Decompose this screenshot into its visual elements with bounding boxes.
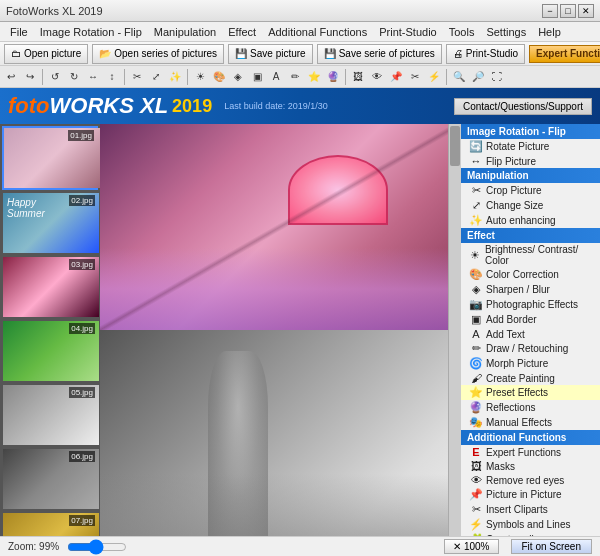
- pip-icon: 📌: [469, 488, 483, 501]
- panel-item-resize[interactable]: ⤢ Change Size: [461, 198, 600, 213]
- symbols-icon-btn[interactable]: ⚡: [425, 68, 443, 86]
- menu-additional[interactable]: Additional Functions: [262, 24, 373, 40]
- draw-icon: ✏: [469, 342, 483, 355]
- panel-item-expert[interactable]: E Expert Functions: [461, 445, 600, 459]
- menu-print[interactable]: Print-Studio: [373, 24, 442, 40]
- reflections-label: Reflections: [486, 402, 535, 413]
- undo-icon-btn[interactable]: ↩: [2, 68, 20, 86]
- panel-item-brightness[interactable]: ☀ Brightness/ Contrast/ Color: [461, 243, 600, 267]
- thumbnail-item-07[interactable]: 07.jpg: [2, 512, 98, 536]
- open-picture-button[interactable]: 🗀 Open picture: [4, 44, 88, 64]
- reflection-icon-btn[interactable]: 🔮: [324, 68, 342, 86]
- right-panel: Image Rotation - Flip 🔄 Rotate Picture ↔…: [460, 124, 600, 536]
- maximize-button[interactable]: □: [560, 4, 576, 18]
- panel-item-sharpen[interactable]: ◈ Sharpen / Blur: [461, 282, 600, 297]
- menu-tools[interactable]: Tools: [443, 24, 481, 40]
- thumbnail-item-04[interactable]: 04.jpg: [2, 320, 98, 382]
- app-logo: fotoWORKS XL: [8, 93, 168, 119]
- panel-item-add-text[interactable]: A Add Text: [461, 327, 600, 341]
- menu-help[interactable]: Help: [532, 24, 567, 40]
- redo-icon-btn[interactable]: ↪: [21, 68, 39, 86]
- print-studio-button[interactable]: 🖨 Print-Studio: [446, 44, 525, 64]
- mask-icon-btn[interactable]: 🖼: [349, 68, 367, 86]
- panel-item-reflections[interactable]: 🔮 Reflections: [461, 400, 600, 415]
- draw-icon-btn[interactable]: ✏: [286, 68, 304, 86]
- thumbnail-item-05[interactable]: 05.jpg: [2, 384, 98, 446]
- zoom-slider[interactable]: [67, 543, 127, 551]
- expert-functions-button[interactable]: Expert Functions: [529, 45, 600, 63]
- panel-item-draw[interactable]: ✏ Draw / Retouching: [461, 341, 600, 356]
- open-series-button[interactable]: 📂 Open series of pictures: [92, 44, 224, 64]
- brightness-icon: ☀: [469, 249, 482, 262]
- color-icon-btn[interactable]: 🎨: [210, 68, 228, 86]
- panel-item-redeye[interactable]: 👁 Remove red eyes: [461, 473, 600, 487]
- rotate-left-icon-btn[interactable]: ↺: [46, 68, 64, 86]
- menu-manipulation[interactable]: Manipulation: [148, 24, 222, 40]
- canvas-area[interactable]: [100, 124, 460, 536]
- panel-item-cliparts[interactable]: ✂ Insert Cliparts: [461, 502, 600, 517]
- text-icon-btn[interactable]: A: [267, 68, 285, 86]
- flip-h-icon-btn[interactable]: ↔: [84, 68, 102, 86]
- pip-label: Picture in Picture: [486, 489, 562, 500]
- panel-item-auto-enhance[interactable]: ✨ Auto enhancing: [461, 213, 600, 228]
- panel-item-add-border[interactable]: ▣ Add Border: [461, 312, 600, 327]
- menu-bar: File Image Rotation - Flip Manipulation …: [0, 22, 600, 42]
- pip-icon-btn[interactable]: 📌: [387, 68, 405, 86]
- border-icon-btn[interactable]: ▣: [248, 68, 266, 86]
- panel-item-manual-effects[interactable]: 🎭 Manual Effects: [461, 415, 600, 430]
- zoom-in-icon-btn[interactable]: 🔍: [450, 68, 468, 86]
- brightness-icon-btn[interactable]: ☀: [191, 68, 209, 86]
- close-button[interactable]: ✕: [578, 4, 594, 18]
- auto-enhance-icon-btn[interactable]: ✨: [166, 68, 184, 86]
- menu-file[interactable]: File: [4, 24, 34, 40]
- menu-settings[interactable]: Settings: [480, 24, 532, 40]
- panel-item-pip[interactable]: 📌 Picture in Picture: [461, 487, 600, 502]
- zoom-out-icon-btn[interactable]: 🔎: [469, 68, 487, 86]
- thumbnail-item-02[interactable]: HappySummer 02.jpg: [2, 192, 98, 254]
- draw-label: Draw / Retouching: [486, 343, 568, 354]
- panel-item-photo-effects[interactable]: 📷 Photographic Effects: [461, 297, 600, 312]
- logo-bar: fotoWORKS XL 2019 Last build date: 2019/…: [0, 88, 600, 124]
- menu-effect[interactable]: Effect: [222, 24, 262, 40]
- canvas-scrollbar[interactable]: [448, 124, 460, 536]
- panel-item-flip[interactable]: ↔ Flip Picture: [461, 154, 600, 168]
- menu-image-rotation[interactable]: Image Rotation - Flip: [34, 24, 148, 40]
- panel-item-rotate[interactable]: 🔄 Rotate Picture: [461, 139, 600, 154]
- zoom-100-button[interactable]: ✕ 100%: [444, 539, 498, 554]
- minimize-button[interactable]: −: [542, 4, 558, 18]
- panel-item-crop[interactable]: ✂ Crop Picture: [461, 183, 600, 198]
- rotate-right-icon-btn[interactable]: ↻: [65, 68, 83, 86]
- symbols-label: Symbols and Lines: [486, 519, 571, 530]
- save-picture-button[interactable]: 💾 Save picture: [228, 44, 313, 64]
- panel-item-symbols[interactable]: ⚡ Symbols and Lines: [461, 517, 600, 532]
- panel-item-morph[interactable]: 🌀 Morph Picture: [461, 356, 600, 371]
- sharpen-icon-btn[interactable]: ◈: [229, 68, 247, 86]
- resize-icon-btn[interactable]: ⤢: [147, 68, 165, 86]
- auto-enhance-label: Auto enhancing: [486, 215, 556, 226]
- photo-effects-icon: 📷: [469, 298, 483, 311]
- thumbnail-item-03[interactable]: 03.jpg: [2, 256, 98, 318]
- fullscreen-icon-btn[interactable]: ⛶: [488, 68, 506, 86]
- thumbnail-item-01[interactable]: 01.jpg: [2, 126, 98, 190]
- flip-v-icon-btn[interactable]: ↕: [103, 68, 121, 86]
- flip-picture-icon: ↔: [469, 155, 483, 167]
- panel-item-masks[interactable]: 🖼 Masks: [461, 459, 600, 473]
- thumbnail-panel[interactable]: 01.jpg HappySummer 02.jpg 03.jpg 04.jpg …: [0, 124, 100, 536]
- contact-button[interactable]: Contact/Questions/Support: [454, 98, 592, 115]
- thumbnail-item-06[interactable]: 06.jpg: [2, 448, 98, 510]
- symbols-icon: ⚡: [469, 518, 483, 531]
- panel-item-color-correction[interactable]: 🎨 Color Correction: [461, 267, 600, 282]
- flip-picture-label: Flip Picture: [486, 156, 536, 167]
- crop-icon-btn[interactable]: ✂: [128, 68, 146, 86]
- panel-item-painting[interactable]: 🖌 Create Painting: [461, 371, 600, 385]
- effect-icon-btn[interactable]: ⭐: [305, 68, 323, 86]
- panel-item-preset-effects[interactable]: ⭐ Preset Effects: [461, 385, 600, 400]
- clipart-icon-btn[interactable]: ✂: [406, 68, 424, 86]
- redeye-icon-btn[interactable]: 👁: [368, 68, 386, 86]
- save-serie-button[interactable]: 💾 Save serie of pictures: [317, 44, 442, 64]
- manual-effects-label: Manual Effects: [486, 417, 552, 428]
- main-area: 01.jpg HappySummer 02.jpg 03.jpg 04.jpg …: [0, 124, 600, 536]
- panel-item-collage[interactable]: 🧩 Create collage: [461, 532, 600, 536]
- color-correction-label: Color Correction: [486, 269, 559, 280]
- fit-on-screen-button[interactable]: Fit on Screen: [511, 539, 592, 554]
